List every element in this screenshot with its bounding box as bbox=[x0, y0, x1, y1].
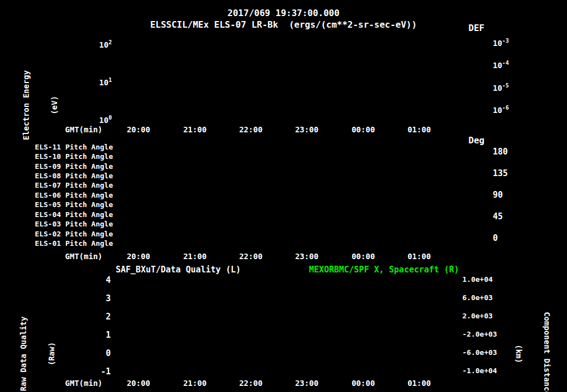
x-tick: 20:00 bbox=[119, 125, 158, 134]
colorbar-tick-label: 10-5 bbox=[493, 82, 532, 92]
colorbar-tick-label: 135 bbox=[493, 168, 526, 178]
y-tick-label: 4 bbox=[83, 275, 111, 285]
y-tick-label: 1 bbox=[83, 330, 111, 340]
colorbar-tick-label: 10-3 bbox=[493, 38, 532, 48]
x-tick: 01:00 bbox=[400, 252, 439, 261]
gmt-axis-label: GMT(min) bbox=[44, 379, 102, 388]
pitch-row-label: ELS-11 Pitch Angle bbox=[32, 143, 113, 152]
colorbar-title-def: DEF bbox=[468, 23, 484, 33]
x-tick: 21:00 bbox=[176, 379, 214, 388]
x-tick: 01:00 bbox=[400, 125, 439, 134]
x-tick: 23:00 bbox=[287, 379, 326, 388]
colorbar-tick-label: 90 bbox=[493, 190, 526, 200]
y-tick-label: 3 bbox=[83, 293, 111, 303]
y-tick-label: 1.0e+04 bbox=[462, 275, 507, 283]
pitch-row-label: ELS-01 Pitch Angle bbox=[32, 239, 113, 248]
colorbar-tick-label: 45 bbox=[493, 212, 526, 221]
y-tick-label: 6.0e+03 bbox=[462, 293, 507, 302]
y-tick-label: 101 bbox=[82, 77, 112, 86]
plot-page: 2017/069 19:37:00.000 ELSSCIL/MEx ELS-07… bbox=[0, 0, 567, 392]
colorbar-tick-label: 10-4 bbox=[493, 60, 532, 70]
pitch-row-label: ELS-06 Pitch Angle bbox=[32, 191, 113, 200]
line-panel-title-right: MEXORBMC/SPF X, Spacecraft (R) bbox=[277, 265, 459, 275]
pitch-row-label: ELS-03 Pitch Angle bbox=[32, 220, 113, 229]
x-tick: 22:00 bbox=[231, 379, 270, 388]
pitch-row-label: ELS-08 Pitch Angle bbox=[32, 172, 113, 180]
line-panel-right-axis-label: Component Distance (km) bbox=[495, 301, 567, 392]
y-tick-label: 0 bbox=[83, 348, 111, 358]
colorbar-tick-label: 10-6 bbox=[493, 105, 532, 115]
pitch-row-label: ELS-07 Pitch Angle bbox=[32, 181, 113, 190]
x-tick: 00:00 bbox=[344, 252, 383, 261]
line-panel-title-left: SAF_BXuT/Data Quality (L) bbox=[116, 265, 241, 275]
gmt-axis-label: GMT(min) bbox=[44, 125, 102, 134]
plot-timestamp: 2017/069 19:37:00.000 bbox=[0, 8, 567, 18]
pitch-row-label: ELS-02 Pitch Angle bbox=[32, 230, 113, 239]
colorbar-tick-label: 0 bbox=[493, 233, 526, 243]
y-tick-label: 102 bbox=[82, 39, 112, 49]
x-tick: 20:00 bbox=[119, 252, 158, 261]
gmt-axis-label: GMT(min) bbox=[44, 252, 102, 261]
colorbar-title-deg: Deg bbox=[468, 135, 484, 146]
y-tick-label: -1 bbox=[83, 367, 111, 376]
x-tick: 21:00 bbox=[176, 252, 214, 261]
pitch-row-label: ELS-09 Pitch Angle bbox=[32, 162, 113, 171]
x-tick: 23:00 bbox=[287, 125, 326, 134]
pitch-row-label: ELS-05 Pitch Angle bbox=[32, 200, 113, 209]
x-tick: 22:00 bbox=[231, 252, 270, 261]
colorbar-tick-label: 180 bbox=[493, 147, 526, 157]
pitch-row-label: ELS-10 Pitch Angle bbox=[32, 152, 113, 161]
x-tick: 21:00 bbox=[176, 125, 214, 134]
y-tick-label: 100 bbox=[82, 115, 112, 124]
x-tick: 01:00 bbox=[400, 379, 439, 388]
x-tick: 00:00 bbox=[344, 379, 383, 388]
pitch-row-label: ELS-04 Pitch Angle bbox=[32, 210, 113, 219]
y-tick-label: 2 bbox=[83, 312, 111, 322]
x-tick: 00:00 bbox=[344, 125, 383, 134]
x-tick: 23:00 bbox=[287, 252, 326, 261]
x-tick: 20:00 bbox=[119, 379, 158, 388]
x-tick: 22:00 bbox=[231, 125, 270, 134]
spectrogram-y-axis-label: Electron Energy (eV) bbox=[3, 58, 78, 152]
